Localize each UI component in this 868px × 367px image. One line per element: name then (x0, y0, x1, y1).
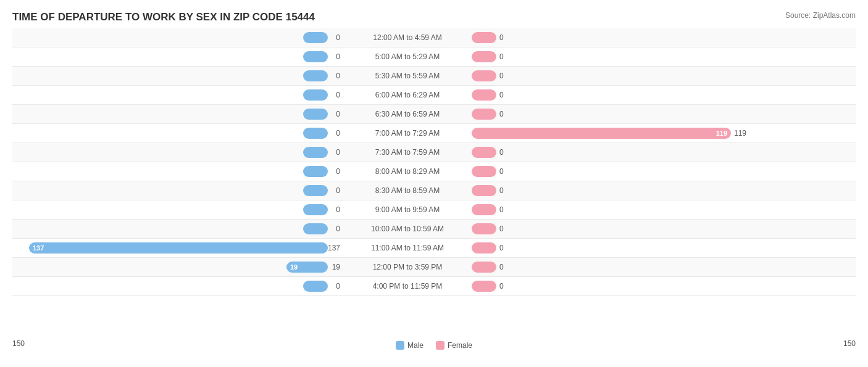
chart-title: TIME OF DEPARTURE TO WORK BY SEX IN ZIP … (12, 11, 856, 23)
time-label-container: 9:00 AM to 9:59 AM (346, 205, 469, 214)
left-section: 0 (12, 32, 346, 43)
right-section: 0 (469, 147, 856, 158)
left-value: 0 (328, 110, 340, 118)
time-label-container: 4:00 PM to 11:59 PM (346, 282, 469, 291)
time-label: 12:00 PM to 3:59 PM (373, 263, 443, 271)
right-value: 0 (499, 282, 512, 291)
male-bar (303, 223, 328, 234)
legend-male-label: Male (407, 341, 424, 350)
female-bar (472, 32, 496, 43)
left-value: 0 (328, 52, 340, 61)
right-value: 0 (499, 186, 512, 195)
left-value: 0 (328, 129, 340, 138)
time-label-container: 12:00 PM to 3:59 PM (346, 263, 469, 271)
female-bar (472, 242, 496, 254)
chart-row: 06:30 AM to 6:59 AM0 (12, 105, 856, 124)
chart-row: 04:00 PM to 11:59 PM0 (12, 277, 856, 296)
right-section: 0 (469, 223, 856, 234)
left-value: 0 (328, 72, 340, 80)
female-bar (472, 281, 496, 292)
right-section: 119119 (469, 128, 856, 139)
bottom-container: 150 Male Female 150 (12, 337, 856, 350)
right-value: 0 (499, 91, 512, 99)
chart-row: 05:00 AM to 5:29 AM0 (12, 47, 856, 67)
chart-row: 13713711:00 AM to 11:59 AM0 (12, 239, 856, 258)
male-bar (303, 32, 328, 43)
left-value: 137 (328, 244, 340, 252)
left-section: 0 (12, 51, 346, 62)
male-bar (303, 70, 328, 81)
time-label-container: 7:30 AM to 7:59 AM (346, 148, 469, 157)
right-section: 0 (469, 281, 856, 292)
left-value: 0 (328, 186, 340, 195)
legend-female-box (436, 341, 444, 350)
time-label: 7:30 AM to 7:59 AM (375, 148, 440, 157)
time-label: 4:00 PM to 11:59 PM (373, 282, 443, 291)
time-label: 6:30 AM to 6:59 AM (375, 110, 440, 118)
right-value: 0 (499, 205, 512, 214)
legend-male: Male (396, 341, 424, 350)
right-value: 119 (734, 129, 746, 138)
male-bar (303, 281, 328, 292)
left-value: 0 (328, 167, 340, 176)
source-label: Source: ZipAtlas.com (785, 11, 856, 20)
right-value: 0 (499, 72, 512, 80)
male-bar (303, 89, 328, 101)
male-bar (303, 185, 328, 196)
right-value: 0 (499, 225, 512, 233)
right-value: 0 (499, 33, 512, 42)
right-section: 0 (469, 32, 856, 43)
female-bar (472, 70, 496, 81)
female-bar (472, 185, 496, 196)
male-bar-label: 19 (290, 263, 298, 271)
left-value: 0 (328, 33, 340, 42)
female-bar (472, 109, 496, 120)
legend: Male Female (396, 341, 472, 350)
chart-row: 09:00 AM to 9:59 AM0 (12, 200, 856, 220)
right-value: 0 (499, 110, 512, 118)
time-label: 5:30 AM to 5:59 AM (375, 72, 440, 80)
female-bar (472, 147, 496, 158)
time-label: 9:00 AM to 9:59 AM (375, 205, 440, 214)
time-label: 6:00 AM to 6:29 AM (375, 91, 440, 99)
right-value: 0 (499, 148, 512, 157)
chart-row: 012:00 AM to 4:59 AM0 (12, 28, 856, 47)
left-section: 0 (12, 185, 346, 196)
male-bar (303, 147, 328, 158)
left-value: 0 (328, 148, 340, 157)
left-value: 0 (328, 225, 340, 233)
time-label: 11:00 AM to 11:59 AM (371, 244, 444, 252)
left-section: 137137 (12, 242, 346, 254)
left-value: 19 (328, 263, 340, 271)
female-bar (472, 51, 496, 62)
right-section: 0 (469, 89, 856, 101)
male-bar (303, 128, 328, 139)
time-label: 5:00 AM to 5:29 AM (375, 52, 440, 61)
chart-row: 08:00 AM to 8:29 AM0 (12, 162, 856, 181)
legend-female-label: Female (448, 341, 472, 350)
left-section: 0 (12, 147, 346, 158)
time-label-container: 6:30 AM to 6:59 AM (346, 110, 469, 118)
chart-row: 08:30 AM to 8:59 AM0 (12, 181, 856, 200)
right-section: 0 (469, 185, 856, 196)
female-bar (472, 166, 496, 177)
left-section: 0 (12, 166, 346, 177)
left-value: 0 (328, 91, 340, 99)
time-label-container: 7:00 AM to 7:29 AM (346, 129, 469, 138)
legend-male-box (396, 341, 404, 350)
left-section: 0 (12, 89, 346, 101)
time-label-container: 5:00 AM to 5:29 AM (346, 52, 469, 61)
right-section: 0 (469, 70, 856, 81)
chart-row: 191912:00 PM to 3:59 PM0 (12, 258, 856, 277)
time-label: 8:00 AM to 8:29 AM (375, 167, 440, 176)
axis-left-val: 150 (12, 339, 25, 348)
time-label-container: 10:00 AM to 10:59 AM (346, 225, 469, 233)
time-label-container: 11:00 AM to 11:59 AM (346, 244, 469, 252)
right-value: 0 (499, 244, 512, 252)
right-section: 0 (469, 242, 856, 254)
left-section: 0 (12, 281, 346, 292)
time-label: 7:00 AM to 7:29 AM (375, 129, 440, 138)
right-value: 0 (499, 263, 512, 271)
left-section: 0 (12, 109, 346, 120)
chart-row: 010:00 AM to 10:59 AM0 (12, 220, 856, 239)
